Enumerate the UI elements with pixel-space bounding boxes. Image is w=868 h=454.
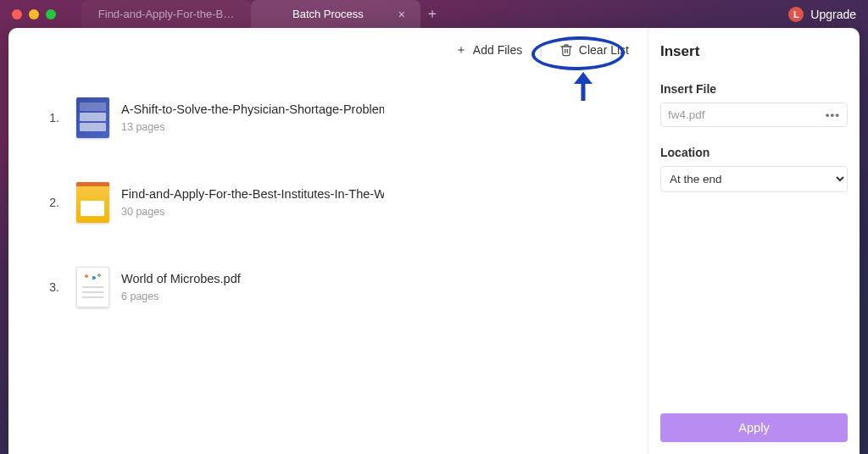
- location-label: Location: [660, 146, 848, 159]
- row-number: 2.: [36, 196, 59, 209]
- file-thumbnail: [76, 182, 109, 223]
- toolbar: ＋ Add Files | Clear List: [8, 28, 648, 72]
- file-name: Find-and-Apply-For-the-Best-Institutes-I…: [121, 187, 384, 201]
- window-controls: [12, 9, 56, 19]
- file-pages: 13 pages: [121, 121, 384, 133]
- apply-label: Apply: [738, 421, 769, 435]
- more-options-icon[interactable]: •••: [826, 108, 840, 121]
- file-pages: 30 pages: [121, 206, 384, 218]
- list-item[interactable]: 2. Find-and-Apply-For-the-Best-Institute…: [76, 182, 624, 223]
- list-item[interactable]: 3. World of Microbes.pdf 6 pages: [76, 267, 624, 307]
- minimize-window-button[interactable]: [29, 9, 39, 19]
- file-meta: World of Microbes.pdf 6 pages: [121, 272, 241, 302]
- location-select[interactable]: At the end: [660, 166, 848, 192]
- row-number: 3.: [36, 280, 59, 294]
- avatar: L: [788, 7, 804, 22]
- file-pages: 6 pages: [121, 291, 241, 302]
- add-files-button[interactable]: ＋ Add Files: [455, 42, 522, 58]
- insert-file-picker[interactable]: fw4.pdf •••: [660, 102, 848, 127]
- tab-background-0[interactable]: Find-and-Apply-For-the-B…: [81, 0, 251, 28]
- upgrade-label: Upgrade: [810, 8, 856, 21]
- workspace: ＋ Add Files | Clear List 1.: [8, 28, 860, 454]
- close-tab-icon[interactable]: ×: [398, 8, 405, 20]
- row-number: 1.: [36, 111, 59, 125]
- close-window-button[interactable]: [12, 9, 22, 19]
- tab-active[interactable]: Batch Process ×: [251, 0, 420, 28]
- fullscreen-window-button[interactable]: [46, 9, 56, 19]
- file-thumbnail: [76, 97, 109, 138]
- apply-button[interactable]: Apply: [660, 413, 848, 442]
- plus-icon: ＋: [455, 42, 467, 58]
- list-item[interactable]: 1. A-Shift-to-Solve-the-Physician-Shorta…: [76, 97, 624, 138]
- new-tab-button[interactable]: ＋: [420, 0, 444, 28]
- tab-title: Find-and-Apply-For-the-B…: [97, 8, 236, 20]
- file-name: World of Microbes.pdf: [121, 272, 241, 285]
- titlebar: Find-and-Apply-For-the-B… Batch Process …: [0, 0, 868, 28]
- panel-title: Insert: [660, 43, 848, 60]
- toolbar-separator: |: [539, 43, 542, 57]
- insert-file-value: fw4.pdf: [668, 108, 705, 121]
- add-files-label: Add Files: [473, 43, 522, 57]
- file-list: 1. A-Shift-to-Solve-the-Physician-Shorta…: [8, 72, 648, 368]
- clear-list-button[interactable]: Clear List: [559, 43, 629, 57]
- file-meta: Find-and-Apply-For-the-Best-Institutes-I…: [121, 187, 384, 218]
- file-name: A-Shift-to-Solve-the-Physician-Shortage-…: [121, 102, 384, 116]
- side-panel: Insert Insert File fw4.pdf ••• Location …: [648, 28, 860, 454]
- upgrade-area[interactable]: L Upgrade: [788, 0, 856, 28]
- tabs: Find-and-Apply-For-the-B… Batch Process …: [81, 0, 444, 28]
- insert-file-label: Insert File: [660, 82, 848, 96]
- clear-list-label: Clear List: [579, 43, 629, 57]
- trash-icon: [559, 43, 573, 57]
- main-area: ＋ Add Files | Clear List 1.: [8, 28, 648, 454]
- file-thumbnail: [76, 267, 109, 307]
- tab-title: Batch Process: [266, 8, 390, 20]
- file-meta: A-Shift-to-Solve-the-Physician-Shortage-…: [121, 102, 384, 133]
